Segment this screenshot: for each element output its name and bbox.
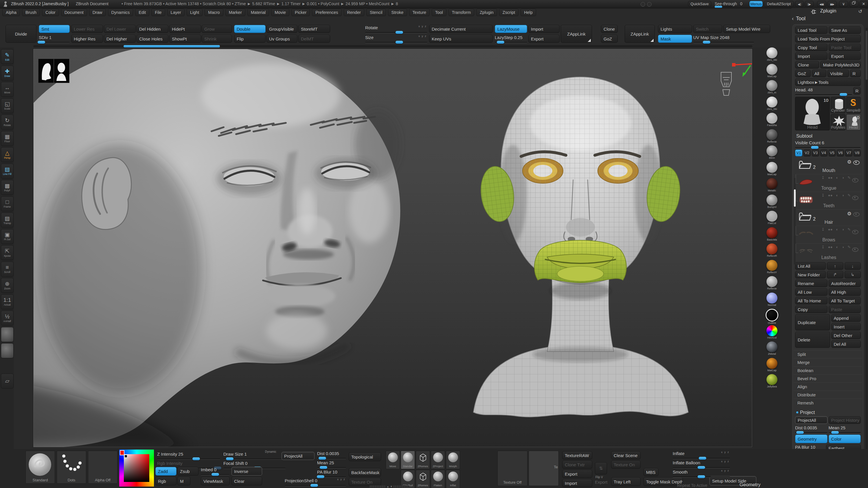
dock-thumb[interactable] — [1, 343, 13, 358]
menu-help[interactable]: Help — [521, 9, 536, 16]
brush-thumb-flatten[interactable]: Flatten — [431, 470, 445, 488]
shade-icon[interactable]: ◐ — [836, 227, 838, 232]
tool-thumb-head[interactable]: 10Head — [795, 97, 830, 130]
tile-standard[interactable]: Standard — [26, 451, 55, 484]
button-setup-model-wire[interactable]: Setup Model Wire — [723, 25, 770, 33]
button-switch[interactable]: Switch — [693, 25, 722, 33]
dock-transp[interactable]: ▨Transp — [1, 213, 13, 228]
slider-handle[interactable] — [396, 31, 403, 34]
gear-icon[interactable]: ⚙ — [847, 159, 851, 165]
dock-persp[interactable]: △Persp — [1, 147, 13, 162]
slider-track[interactable] — [673, 458, 730, 459]
button-lightbox-tools[interactable]: Lightbox►Tools — [795, 78, 861, 86]
button-clone[interactable]: Clone — [601, 25, 618, 33]
menu-stroke[interactable]: Stroke — [388, 9, 407, 16]
slider-dist-0-0035[interactable]: Dist 0.0035 — [317, 451, 346, 459]
button-divide[interactable]: Divide — [5, 25, 36, 43]
slider-handle[interactable] — [396, 41, 403, 44]
gear-icon[interactable]: ⚙ — [847, 211, 851, 217]
button-new-folder[interactable]: New Folder — [795, 271, 826, 279]
slider-handle[interactable] — [840, 93, 847, 96]
material-zbro-m-swatch[interactable]: zbro_m — [761, 80, 783, 94]
subtool-item-brows[interactable]: ↧●●◐◑✎Brows — [796, 226, 861, 243]
menu-file[interactable]: File — [151, 9, 165, 16]
button-tray-left[interactable]: Tray Left — [611, 477, 641, 486]
button-color[interactable]: Color — [829, 434, 861, 443]
button-geometry[interactable]: Geometry — [795, 434, 828, 443]
menu-document[interactable]: Document — [61, 9, 87, 16]
scroll-down-icon[interactable]: ▼ — [390, 485, 393, 488]
button-flip[interactable]: Flip — [234, 35, 266, 43]
eye-icon[interactable] — [853, 160, 860, 165]
material-outline-swatch[interactable]: Outline — [761, 309, 783, 324]
model-preview-icon[interactable] — [717, 71, 735, 103]
button-copy-tool[interactable]: Copy Tool — [795, 44, 828, 51]
menu-movie[interactable]: Movie — [271, 9, 289, 16]
slider-track[interactable] — [317, 467, 346, 468]
bake-icon[interactable]: ↧ — [822, 175, 825, 180]
slider-handle[interactable] — [698, 475, 705, 478]
button-all-low[interactable]: All Low — [795, 288, 828, 296]
button-zapplink[interactable]: ZAppLink — [625, 25, 655, 43]
button-insert[interactable]: Insert — [831, 323, 861, 330]
button-item[interactable]: ↱ — [827, 271, 843, 279]
tab-v1[interactable]: V1 — [795, 150, 802, 156]
section-boolean[interactable]: Boolean — [794, 366, 862, 375]
button-item[interactable]: ↑ — [827, 262, 843, 270]
window-shade-icon[interactable]: ∨ — [839, 1, 848, 7]
menu-dynamics[interactable]: Dynamics — [108, 9, 133, 16]
dock-polyf[interactable]: ▩PolyF — [1, 180, 13, 195]
contrast-icon[interactable]: ◑ — [842, 193, 844, 197]
button-export[interactable]: Export — [829, 52, 861, 60]
slider-handle[interactable] — [811, 146, 818, 149]
contrast-icon[interactable]: ◑ — [842, 175, 844, 180]
button-clear[interactable]: Clear — [231, 477, 262, 485]
brush-icon[interactable]: ✎ — [847, 227, 850, 232]
button-smt[interactable]: Smt — [39, 25, 70, 33]
menu-texture[interactable]: Texture — [409, 9, 430, 16]
tab-v5[interactable]: V5 — [829, 150, 836, 156]
menu-material[interactable]: Material — [247, 9, 269, 16]
material-basicma-swatch[interactable]: BasicMa — [761, 227, 783, 241]
button-export[interactable]: Export — [528, 35, 560, 43]
tab-v7[interactable]: V7 — [845, 150, 852, 156]
polypaint-icon[interactable]: ●● — [828, 245, 833, 249]
material-zmetal-swatch[interactable]: ZMetal — [761, 341, 783, 355]
material-bumpvi-swatch[interactable]: BumpVi — [761, 195, 783, 208]
menu-brush[interactable]: Brush — [22, 9, 40, 16]
default-zscript-button[interactable]: DefaultZScript — [764, 1, 794, 7]
slider-track[interactable] — [673, 477, 730, 478]
dock-pt-sel[interactable]: ▣Pt Sel — [1, 229, 13, 244]
menu-zplugin[interactable]: Zplugin — [476, 9, 497, 16]
slider-track[interactable] — [795, 94, 852, 95]
slider-track[interactable] — [223, 458, 286, 460]
panel-back-icon[interactable]: ‹ — [792, 15, 794, 22]
button-topological[interactable]: Topological — [349, 452, 381, 461]
menu-marker[interactable]: Marker — [225, 9, 245, 16]
button-mbs[interactable]: MBS — [644, 468, 658, 476]
shelf-scroll-track[interactable] — [394, 485, 409, 488]
dock-xpose[interactable]: ⇱Xpose — [1, 245, 13, 260]
panel-vscrollbar[interactable] — [865, 28, 868, 488]
slider-imbed-0[interactable]: Imbed 0 — [201, 467, 230, 475]
menu-stencil[interactable]: Stencil — [366, 9, 386, 16]
dock-scroll[interactable]: ≡Scroll — [1, 262, 13, 277]
button-zadd[interactable]: Zadd — [155, 467, 177, 476]
section-distribute[interactable]: Distribute — [794, 391, 862, 399]
button-copy[interactable]: Copy — [795, 305, 828, 313]
material-hsvcol-swatch[interactable]: HSVCol — [761, 325, 783, 339]
document-hscrollbar-handle[interactable] — [124, 45, 220, 47]
subtool-item-lashes[interactable]: ↧●●◐◑✎Lashes — [796, 243, 861, 261]
subtool-item-teeth[interactable]: ↧●●◐◑✎Teeth — [796, 192, 861, 209]
button-del-all[interactable]: Del All — [831, 340, 861, 348]
dock-line-fill[interactable]: ▤Line Fill — [1, 164, 13, 178]
sv-cursor[interactable] — [124, 455, 127, 458]
window-restore-icon[interactable] — [849, 1, 859, 7]
brush-thumb-inflat[interactable]: Inflat — [446, 470, 460, 488]
button-export-dim[interactable]: Export — [593, 478, 610, 486]
tool-thumb-head-active[interactable]: 10Head — [846, 114, 861, 131]
dock-frame[interactable]: □Frame — [1, 196, 13, 211]
texture-preview-tile[interactable]: Te — [529, 451, 559, 486]
slider-handle[interactable] — [703, 41, 710, 44]
button-project-history[interactable]: Project History — [829, 416, 861, 424]
